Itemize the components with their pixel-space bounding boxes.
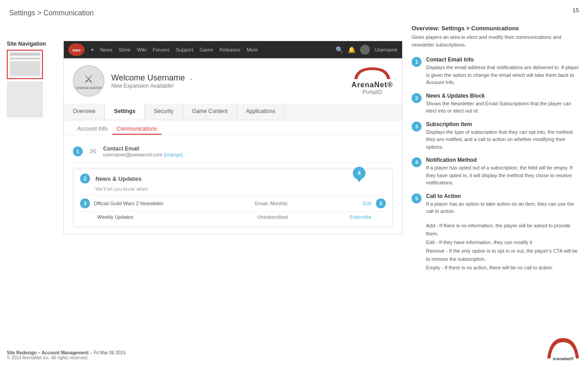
profile-subtitle: New Expansion Available! <box>111 83 194 89</box>
sub-method-2: Unsubscribed <box>225 214 320 220</box>
nav-wiki[interactable]: Wiki <box>137 47 147 52</box>
annotation-badge-4: 4 <box>412 157 422 167</box>
annotation-1: 1 Contact Email Info Displays the email … <box>412 56 581 86</box>
username-label: Username <box>375 47 398 52</box>
svg-text:GW2: GW2 <box>72 48 81 52</box>
content-area: 1 ✉ Contact Email username@password.com … <box>64 135 402 234</box>
ann-title-5: Call to Action <box>426 193 581 199</box>
profile-chevron-icon[interactable]: ⌄ <box>189 74 194 81</box>
pin-badge-4: 4 <box>353 167 365 181</box>
email-icon: ✉ <box>90 146 96 156</box>
news-block-header: 2 News & Updates <box>80 174 386 184</box>
email-details: Contact Email username@password.com [cha… <box>103 146 183 157</box>
avatar-circle[interactable]: ⚔ CHANGE AVATAR <box>73 65 104 97</box>
arenanet-text: ArenaNet® <box>351 81 393 89</box>
footer: Site Redesign – Account Management – Fri… <box>7 350 126 360</box>
nav-game[interactable]: Game <box>199 47 213 52</box>
cta-remove: Remove - If the only option is to opt in… <box>426 247 581 263</box>
footer-copyright: © 2014 ArenaNet Inc. All rights reserved… <box>7 355 126 360</box>
cta-add: Add - If there is no information, the pl… <box>426 221 581 238</box>
nav-thumbnail-small <box>7 81 43 118</box>
main-content: GW2 ▼ News Store Wiki Forums Support Gam… <box>63 41 403 235</box>
annotation-badge-1: 1 <box>412 57 422 67</box>
annotation-4: 4 Notification Method If a player has op… <box>412 157 581 187</box>
ann-desc-4: If a player has opted out of a subscript… <box>426 164 581 187</box>
annotation-content-1: Contact Email Info Displays the email ad… <box>426 56 581 86</box>
pin-badge-4-circle: 4 <box>353 167 365 179</box>
breadcrumb: Settings > Communication <box>9 9 94 17</box>
gw2-nav-icons: 🔍 🔔 Username <box>336 45 398 55</box>
annotation-5: 5 Call to Action If a player has an opti… <box>412 193 581 215</box>
annotation-badge-3: 3 <box>412 122 422 132</box>
annotation-3: 3 Subscription Item Displays the type of… <box>412 121 581 151</box>
contact-email-row: 1 ✉ Contact Email username@password.com … <box>73 142 393 163</box>
ann-title-2: News & Updates Block <box>426 93 581 99</box>
annotation-content-3: Subscription Item Displays the type of s… <box>426 121 581 151</box>
cta-edit: Edit - If they have information, they ca… <box>426 238 581 247</box>
email-change-link[interactable]: [change] <box>164 152 183 157</box>
dropdown-arrow-icon[interactable]: ▼ <box>90 47 95 52</box>
badge-1: 1 <box>73 146 83 156</box>
nav-support[interactable]: Support <box>176 47 194 52</box>
avatar <box>360 45 370 55</box>
badge-5: 5 <box>376 198 386 208</box>
nav-thumbnail-main[interactable] <box>7 50 43 79</box>
cta-empty: Empty - If there is no action, there wil… <box>426 263 581 272</box>
sub-tabs: Account Info Communications <box>64 120 402 135</box>
profile-info: Welcome Username ⌄ New Expansion Availab… <box>111 73 194 89</box>
email-label: Contact Email <box>103 146 183 152</box>
tabs-bar: Overview Settings Security Game Content … <box>64 104 402 120</box>
sub-method-1: Email, Monthly <box>223 201 320 206</box>
tab-applications[interactable]: Applications <box>237 104 285 120</box>
right-panel: Overview: Settings > Communications Give… <box>412 25 581 272</box>
nav-forums[interactable]: Forums <box>153 47 170 52</box>
nav-more[interactable]: More <box>247 47 258 52</box>
avatar-change-label: CHANGE AVATAR <box>76 86 101 89</box>
ann-desc-2: Shows the Newsletter and Email Subscript… <box>426 100 581 115</box>
ann-desc-5: If a player has an option to take action… <box>426 200 581 215</box>
news-updates-block: 2 News & Updates We'll let you know when… <box>73 169 393 227</box>
ann-desc-3: Displays the type of subscription that t… <box>426 128 581 151</box>
site-nav-label: Site Navigation <box>7 41 61 47</box>
welcome-text: Welcome Username ⌄ <box>111 73 194 83</box>
notification-icon[interactable]: 🔔 <box>348 46 356 53</box>
badge-2: 2 <box>80 174 90 184</box>
sub-name-2: Weekly Updates <box>97 214 225 220</box>
overview-title: Overview: Settings > Communications <box>412 25 581 32</box>
gw2-header: GW2 ▼ News Store Wiki Forums Support Gam… <box>64 41 402 58</box>
tab-game-content[interactable]: Game Content <box>183 104 237 120</box>
sub-action-subscribe[interactable]: Subscribe <box>320 214 371 220</box>
annotation-badge-2: 2 <box>412 93 422 103</box>
page-number: 15 <box>573 7 579 14</box>
tab-overview[interactable]: Overview <box>64 104 105 120</box>
gw2-nav-links: News Store Wiki Forums Support Game Rele… <box>100 47 330 52</box>
footer-logo: ArenaNet® <box>545 336 581 362</box>
svg-text:ArenaNet®: ArenaNet® <box>553 357 574 361</box>
nav-releases[interactable]: Releases <box>219 47 240 52</box>
nav-thumb-bar2 <box>10 58 40 59</box>
gw2-logo: GW2 <box>68 43 85 56</box>
annotation-2: 2 News & Updates Block Shows the Newslet… <box>412 93 581 115</box>
nav-thumb-content <box>10 61 40 76</box>
sub-tab-communications[interactable]: Communications <box>112 124 161 135</box>
search-icon[interactable]: 🔍 <box>336 46 343 53</box>
profile-left: ⚔ CHANGE AVATAR Welcome Username ⌄ New E… <box>73 65 194 97</box>
overview-desc: Gives players an area to elect and modif… <box>412 33 581 48</box>
sub-action-edit[interactable]: Edit <box>320 201 371 206</box>
footer-title: Site Redesign – Account Management – Fri… <box>7 350 126 355</box>
tab-settings[interactable]: Settings <box>105 104 145 120</box>
ann-title-4: Notification Method <box>426 157 581 163</box>
ann-desc-1: Displays the email address that notifica… <box>426 64 581 86</box>
badge-3: 3 <box>80 198 90 208</box>
annotation-content-4: Notification Method If a player has opte… <box>426 157 581 187</box>
subscription-row-1: 3 Official Guild Wars 2 Newsletter Email… <box>80 195 386 211</box>
news-block-subtitle: We'll let you know when <box>80 186 386 192</box>
cta-extras: Add - If there is no information, the pl… <box>426 221 581 272</box>
subscription-row-2: Weekly Updates Unsubscribed Subscribe <box>80 211 386 222</box>
sub-tab-account-info[interactable]: Account Info <box>73 124 112 135</box>
nav-news[interactable]: News <box>100 47 113 52</box>
nav-store[interactable]: Store <box>119 47 130 52</box>
left-panel: Site Navigation <box>7 41 61 120</box>
tab-security[interactable]: Security <box>145 104 183 120</box>
ann-title-3: Subscription Item <box>426 121 581 127</box>
